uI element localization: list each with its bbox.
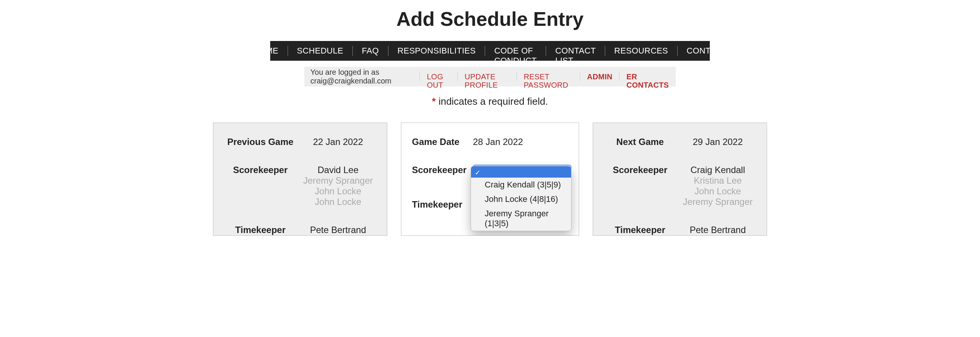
- sub-nav: You are logged in as craig@craigkendall.…: [304, 67, 676, 86]
- next-scorekeeper-primary: Craig Kendall: [678, 165, 757, 175]
- nav-contact[interactable]: CONTACT: [678, 46, 736, 56]
- logout-link[interactable]: LOG OUT: [420, 72, 457, 81]
- required-note-text: indicates a required field.: [439, 96, 548, 107]
- dropdown-option-blank[interactable]: ✓: [471, 166, 571, 177]
- nav-responsibilities[interactable]: RESPONSIBILITIES: [388, 46, 485, 56]
- previous-game-title-label: Previous Game: [223, 137, 298, 147]
- nav-resources[interactable]: RESOURCES: [605, 46, 678, 56]
- next-scorekeeper-alt: Jeremy Spranger: [678, 196, 757, 207]
- next-scorekeeper-label: Scorekeeper: [602, 165, 678, 175]
- scorekeeper-dropdown: ✓ Craig Kendall (3|5|9) John Locke (4|8|…: [471, 166, 571, 231]
- next-scorekeeper-alt: John Locke: [678, 186, 757, 196]
- next-timekeeper-label: Timekeeper: [602, 225, 678, 235]
- previous-timekeeper-primary: Pete Bertrand: [298, 225, 378, 235]
- login-info: You are logged in as craig@craigkendall.…: [304, 68, 420, 85]
- nav-contact-list[interactable]: CONTACT LIST: [546, 46, 605, 56]
- nav-home[interactable]: HOME: [244, 46, 288, 56]
- next-game-date: 29 Jan 2022: [678, 137, 757, 147]
- next-game-card: Next Game 29 Jan 2022 Scorekeeper Craig …: [593, 123, 767, 236]
- previous-timekeeper-label: Timekeeper: [223, 225, 298, 235]
- previous-scorekeeper-alt: John Locke: [298, 196, 378, 207]
- current-scorekeeper-label: Scorekeeper: [410, 165, 473, 175]
- check-icon: ✓: [475, 168, 480, 177]
- page-title: Add Schedule Entry: [0, 8, 980, 30]
- nav-code-of-conduct[interactable]: CODE OF CONDUCT: [485, 46, 546, 56]
- previous-scorekeeper-list: David Lee Jeremy Spranger John Locke Joh…: [298, 165, 378, 207]
- current-game-card: Game Date 28 Jan 2022 Scorekeeper ✓ Crai…: [401, 123, 579, 236]
- next-scorekeeper-alt: Kristina Lee: [678, 175, 757, 186]
- previous-scorekeeper-primary: David Lee: [298, 165, 378, 175]
- dropdown-option[interactable]: Jeremy Spranger (1|3|5): [471, 206, 571, 231]
- previous-scorekeeper-alt: Jeremy Spranger: [298, 175, 378, 186]
- nav-schedule[interactable]: SCHEDULE: [288, 46, 353, 56]
- game-date-label: Game Date: [410, 137, 473, 147]
- nav-faq[interactable]: FAQ: [353, 46, 388, 56]
- admin-link[interactable]: ADMIN: [580, 72, 619, 81]
- main-nav: HOME SCHEDULE FAQ RESPONSIBILITIES CODE …: [270, 41, 710, 61]
- game-date-value: 28 Jan 2022: [473, 137, 570, 147]
- reset-password-link[interactable]: RESET PASSWORD: [517, 72, 580, 81]
- current-timekeeper-label: Timekeeper: [410, 199, 473, 210]
- next-timekeeper-primary: Pete Bertrand: [678, 225, 757, 235]
- previous-game-date: 22 Jan 2022: [298, 137, 378, 147]
- previous-scorekeeper-label: Scorekeeper: [223, 165, 298, 175]
- er-contacts-link[interactable]: ER CONTACTS: [619, 72, 676, 81]
- update-profile-link[interactable]: UPDATE PROFILE: [457, 72, 517, 81]
- next-scorekeeper-list: Craig Kendall Kristina Lee John Locke Je…: [678, 165, 757, 207]
- next-game-title-label: Next Game: [602, 137, 678, 147]
- dropdown-option[interactable]: John Locke (4|8|16): [471, 192, 571, 206]
- previous-scorekeeper-alt: John Locke: [298, 186, 378, 196]
- previous-game-card: Previous Game 22 Jan 2022 Scorekeeper Da…: [213, 123, 387, 236]
- required-note: * indicates a required field.: [0, 96, 980, 107]
- required-asterisk: *: [432, 96, 436, 107]
- dropdown-option[interactable]: Craig Kendall (3|5|9): [471, 177, 571, 192]
